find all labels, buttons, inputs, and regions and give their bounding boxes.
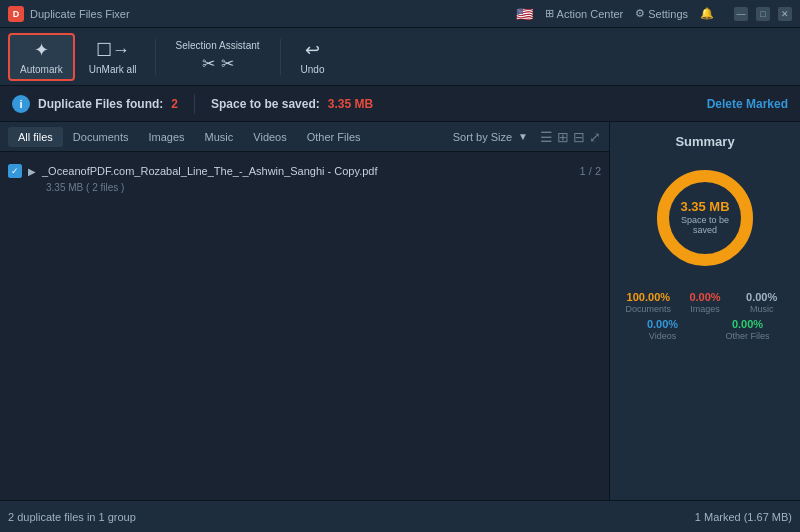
close-button[interactable]: ✕ <box>778 7 792 21</box>
donut-center: 3.35 MB Space to besaved <box>680 199 729 236</box>
donut-value: 3.35 MB <box>680 199 729 215</box>
stat-music-value: 0.00% <box>746 291 777 303</box>
unmark-all-label: UnMark all <box>89 64 137 75</box>
view-icons: ☰ ⊞ ⊟ ⤢ <box>540 129 601 145</box>
expand-icon[interactable]: ▶ <box>28 166 36 177</box>
grid-view-icon[interactable]: ⊞ <box>557 129 569 145</box>
details-view-icon[interactable]: ⊟ <box>573 129 585 145</box>
list-view-icon[interactable]: ☰ <box>540 129 553 145</box>
toolbar: ✦ Automark ☐→ UnMark all Selection Assis… <box>0 28 800 86</box>
grid-icon: ⊞ <box>545 7 554 20</box>
info-icon: i <box>12 95 30 113</box>
tab-images[interactable]: Images <box>138 127 194 147</box>
notification-btn[interactable]: 🔔 <box>700 7 714 20</box>
main-content: All files Documents Images Music Videos … <box>0 122 800 500</box>
left-panel: All files Documents Images Music Videos … <box>0 122 610 500</box>
stat-documents-value: 100.00% <box>627 291 670 303</box>
sort-chevron-icon[interactable]: ▼ <box>518 131 528 142</box>
automark-label: Automark <box>20 64 63 75</box>
summary-title: Summary <box>675 134 734 149</box>
stat-documents: 100.00% Documents <box>622 291 675 314</box>
file-name: _OceanofPDF.com_Rozabal_Line_The_-_Ashwi… <box>42 165 574 177</box>
file-list: ▶ _OceanofPDF.com_Rozabal_Line_The_-_Ash… <box>0 152 609 500</box>
tab-all-files[interactable]: All files <box>8 127 63 147</box>
stat-other-value: 0.00% <box>732 318 763 330</box>
action-center-btn[interactable]: ⊞ Action Center <box>545 7 624 20</box>
maximize-button[interactable]: □ <box>756 7 770 21</box>
unmark-all-button[interactable]: ☐→ UnMark all <box>79 33 147 81</box>
title-bar-right: 🇺🇸 ⊞ Action Center ⚙ Settings 🔔 — □ ✕ <box>516 6 792 22</box>
status-right: 1 Marked (1.67 MB) <box>695 511 792 523</box>
tab-other-files[interactable]: Other Files <box>297 127 371 147</box>
sort-control: Sort by Size ▼ ☰ ⊞ ⊟ ⤢ <box>453 129 601 145</box>
donut-label: Space to besaved <box>680 215 729 237</box>
language-flag[interactable]: 🇺🇸 <box>516 6 533 22</box>
selection-assistant-label: Selection Assistant <box>176 40 260 51</box>
minimize-button[interactable]: — <box>734 7 748 21</box>
stat-videos-label: Videos <box>649 331 676 341</box>
right-panel: Summary 3.35 MB Space to besaved 100.00%… <box>610 122 800 500</box>
sel-icon-2[interactable]: ✂ <box>221 54 234 73</box>
app-title: Duplicate Files Fixer <box>30 8 130 20</box>
stats-grid-row1: 100.00% Documents 0.00% Images 0.00% Mus… <box>618 291 792 314</box>
tab-documents[interactable]: Documents <box>63 127 139 147</box>
selection-assistant-icons: ✂ ✂ <box>202 54 234 73</box>
tab-videos[interactable]: Videos <box>243 127 296 147</box>
stat-other: 0.00% Other Files <box>707 318 788 341</box>
automark-button[interactable]: ✦ Automark <box>8 33 75 81</box>
window-controls: — □ ✕ <box>734 7 792 21</box>
file-size: 3.35 MB ( 2 files ) <box>8 182 601 193</box>
sort-label: Sort by Size <box>453 131 512 143</box>
stats-grid-row2: 0.00% Videos 0.00% Other Files <box>618 318 792 341</box>
stat-images-value: 0.00% <box>689 291 720 303</box>
settings-btn[interactable]: ⚙ Settings <box>635 7 688 20</box>
undo-label: Undo <box>301 64 325 75</box>
space-value: 3.35 MB <box>328 97 373 111</box>
stat-music-label: Music <box>750 304 774 314</box>
stat-documents-label: Documents <box>626 304 672 314</box>
stat-images: 0.00% Images <box>679 291 732 314</box>
tab-music[interactable]: Music <box>195 127 244 147</box>
automark-icon: ✦ <box>34 39 49 61</box>
file-count: 1 / 2 <box>580 165 601 177</box>
undo-button[interactable]: ↩ Undo <box>289 35 337 79</box>
toolbar-divider-1 <box>155 39 156 75</box>
file-checkbox[interactable] <box>8 164 22 178</box>
found-count: 2 <box>171 97 178 111</box>
file-tabs: All files Documents Images Music Videos … <box>0 122 609 152</box>
undo-icon: ↩ <box>305 39 320 61</box>
gear-icon: ⚙ <box>635 7 645 20</box>
space-label: Space to be saved: <box>211 97 320 111</box>
unmark-icon: ☐→ <box>96 39 130 61</box>
status-bar: 2 duplicate files in 1 group 1 Marked (1… <box>0 500 800 532</box>
status-left: 2 duplicate files in 1 group <box>8 511 136 523</box>
sel-icon-1[interactable]: ✂ <box>202 54 215 73</box>
expand-view-icon[interactable]: ⤢ <box>589 129 601 145</box>
file-group-header: ▶ _OceanofPDF.com_Rozabal_Line_The_-_Ash… <box>8 160 601 182</box>
file-group: ▶ _OceanofPDF.com_Rozabal_Line_The_-_Ash… <box>0 156 609 197</box>
delete-marked-link[interactable]: Delete Marked <box>707 97 788 111</box>
stat-images-label: Images <box>690 304 720 314</box>
toolbar-divider-2 <box>280 39 281 75</box>
stat-music: 0.00% Music <box>735 291 788 314</box>
title-bar-left: D Duplicate Files Fixer <box>8 6 130 22</box>
donut-chart: 3.35 MB Space to besaved <box>650 163 760 273</box>
selection-assistant: Selection Assistant ✂ ✂ <box>164 36 272 77</box>
stat-videos: 0.00% Videos <box>622 318 703 341</box>
found-label: Duplicate Files found: <box>38 97 163 111</box>
stat-videos-value: 0.00% <box>647 318 678 330</box>
info-separator <box>194 94 195 114</box>
app-logo: D <box>8 6 24 22</box>
stat-other-label: Other Files <box>725 331 769 341</box>
info-bar: i Duplicate Files found: 2 Space to be s… <box>0 86 800 122</box>
title-bar: D Duplicate Files Fixer 🇺🇸 ⊞ Action Cent… <box>0 0 800 28</box>
